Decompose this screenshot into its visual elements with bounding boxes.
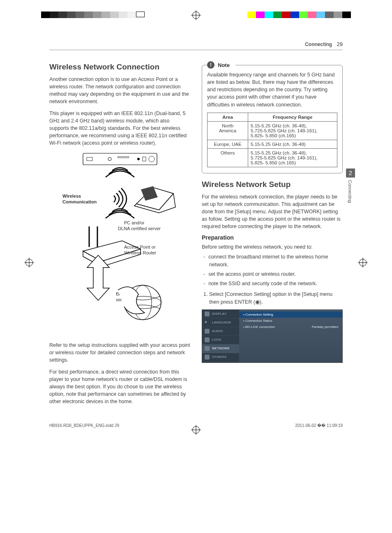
table-row: Others 5.15-5.25 GHz (ch. 36-48), 5.725-… [208,148,337,167]
menu-item-display: DISPLAY [202,310,239,318]
table-cell: Others [208,148,248,167]
left-column: Wireless Network Connection Another conn… [49,60,190,409]
lock-icon [205,337,210,342]
body-text: This player is equipped with an IEEE 802… [49,110,190,147]
frequency-table: Area Frequency Range North America 5.15-… [207,113,337,167]
menu-row-selected: Connection Setting [239,311,342,318]
step-list: Select [Connection Setting] option in th… [202,291,343,306]
table-cell: North America [208,121,248,140]
note-text: Available frequency range and channels f… [207,71,337,108]
right-column: ! Note Available frequency range and cha… [202,60,343,409]
svg-text:DLNA certified server: DLNA certified server [118,226,161,231]
chapter-label: Connecting [346,180,353,203]
chapter-number: 2 [346,168,355,178]
setup-menu-screenshot: DISPLAY ALANGUAGE AUDIO LOCK NETWORK OTH… [202,309,343,363]
svg-point-4 [137,158,140,160]
list-item: note the SSID and security code of the n… [209,280,343,288]
table-row: North America 5.15-5.25 GHz (ch. 36-48),… [208,121,337,140]
step-item: Select [Connection Setting] option in th… [209,291,343,306]
menu-sidebar: DISPLAY ALANGUAGE AUDIO LOCK NETWORK OTH… [202,310,239,362]
others-icon [205,355,210,360]
header-page-number: 29 [337,41,343,47]
svg-text:Communication: Communication [62,199,97,204]
display-icon [205,311,210,316]
table-cell: 5.15-5.25 GHz (ch. 36-48), 5.725-5.825 G… [248,121,337,140]
menu-item-others: OTHERS [202,353,239,362]
footer-filename: HB916-RD0_BDEUPPK_ENG.indd 29 [49,423,119,428]
language-icon: A [205,320,210,325]
menu-row: Connection Status [242,318,339,324]
body-text: Refer to the setup instructions supplied… [49,341,190,364]
table-row: Europe, UAE 5.15-5.25 GHz (ch. 36-48) [208,140,337,148]
svg-text:Access Point or: Access Point or [124,245,156,249]
menu-item-audio: AUDIO [202,327,239,336]
note-label: Note [218,62,230,68]
chapter-tab: 2 Connecting [346,168,355,203]
network-icon [205,346,210,351]
audio-icon [205,329,210,334]
color-bar [247,12,351,18]
svg-text:Wireless: Wireless [62,194,81,198]
svg-text:PC and/or: PC and/or [124,220,145,225]
header-section: Connecting [305,42,332,47]
subheading-preparation: Preparation [202,234,343,241]
menu-row: BD-LIVE connection: Partially permitted [242,324,339,330]
preparation-list: connect the broadband internet to the wi… [202,253,343,287]
registration-mark-icon [192,426,200,434]
heading-wireless-connection: Wireless Network Connection [49,62,190,72]
grayscale-bar [41,12,145,18]
table-header: Frequency Range [248,113,337,121]
footer-timestamp: 2011-06-02 �� 11:09:19 [295,423,343,428]
table-header: Area [208,113,248,121]
table-cell: 5.15-5.25 GHz (ch. 36-48), 5.725-5.825 G… [248,148,337,167]
network-diagram: Wireless Communication [60,152,180,335]
note-icon: ! [207,61,214,69]
table-cell: 5.15-5.25 GHz (ch. 36-48) [248,140,337,148]
body-text: For best performance, a direct wired con… [49,368,190,406]
heading-wireless-setup: Wireless Network Setup [202,180,343,189]
list-item: set the access point or wireless router. [209,270,343,278]
menu-item-lock: LOCK [202,336,239,344]
printer-marks [0,0,392,21]
body-text: Before setting the wireless network, you… [202,243,343,251]
body-text: Another connection option is to use an A… [49,76,190,106]
page-header: Connecting 29 [49,41,343,50]
table-cell: Europe, UAE [208,140,248,148]
menu-item-language: ALANGUAGE [202,318,239,327]
page-content: 2 Connecting Connecting 29 Wireless Netw… [0,21,392,418]
list-item: connect the broadband internet to the wi… [209,253,343,269]
svg-text:Wireless Router: Wireless Router [124,250,157,255]
body-text: For the wireless network connection, the… [202,193,343,231]
menu-content: Connection Setting Connection Status BD-… [239,310,342,362]
registration-mark-icon [192,12,200,19]
note-box: ! Note Available frequency range and cha… [202,65,343,173]
menu-item-network: NETWORK [202,344,239,353]
